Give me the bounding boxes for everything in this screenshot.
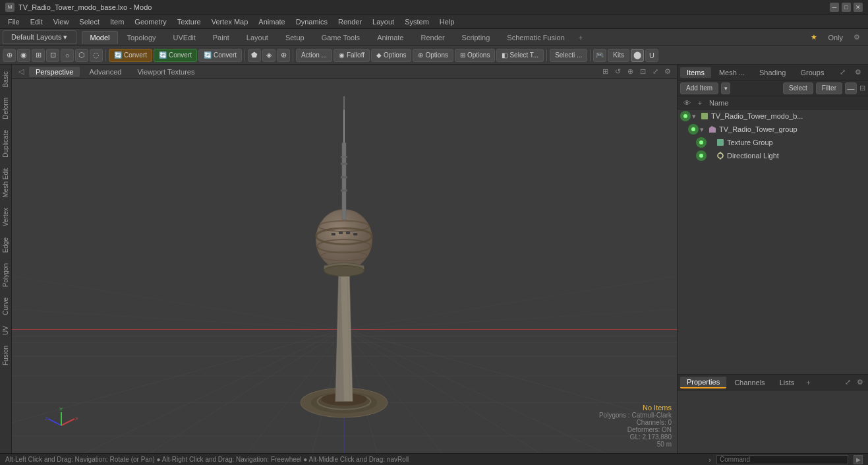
tb-icon-8[interactable]: ⬟ xyxy=(248,49,261,62)
item-vis-group[interactable] xyxy=(688,124,699,135)
tab-topology[interactable]: Topology xyxy=(118,31,164,44)
tab-layout[interactable]: Layout xyxy=(238,31,277,44)
tb-icon-3[interactable]: ⊞ xyxy=(32,49,45,62)
tab-render[interactable]: Render xyxy=(412,31,453,44)
rp-settings-icon[interactable]: ⚙ xyxy=(851,67,865,78)
tab-game-tools[interactable]: Game Tools xyxy=(313,31,369,44)
select-button[interactable]: Select xyxy=(783,82,813,94)
tab-setup[interactable]: Setup xyxy=(277,31,313,44)
tab-plus[interactable]: + xyxy=(573,32,588,44)
item-row-group[interactable]: ▾ TV_Radio_Tower_group xyxy=(685,123,868,136)
sidebar-tab-polygon[interactable]: Polygon xyxy=(1,258,11,292)
filter-button[interactable]: Filter xyxy=(816,82,842,94)
tb-icon-9[interactable]: ◈ xyxy=(262,49,275,62)
menu-animate[interactable]: Animate xyxy=(253,16,290,27)
rp-tab-shading[interactable]: Shading xyxy=(753,67,792,78)
menu-dynamics[interactable]: Dynamics xyxy=(291,16,333,27)
kits-button[interactable]: Kits xyxy=(608,49,629,62)
vp-tab-perspective[interactable]: Perspective xyxy=(29,67,80,77)
sidebar-tab-basic[interactable]: Basic xyxy=(1,66,11,92)
select-i-button[interactable]: Selecti ... xyxy=(550,49,587,62)
maximize-button[interactable]: □ xyxy=(842,3,851,12)
tab-layout-dropdown[interactable]: Default Layouts ▾ xyxy=(3,30,76,44)
menu-edit[interactable]: Edit xyxy=(25,16,48,27)
viewport-canvas[interactable]: No Items Polygons : Catmull-Clark Channe… xyxy=(12,79,677,453)
sidebar-tab-deform[interactable]: Deform xyxy=(1,92,11,125)
menu-texture[interactable]: Texture xyxy=(172,16,206,27)
tb-icon-7[interactable]: ◌ xyxy=(90,49,103,62)
menu-geometry[interactable]: Geometry xyxy=(129,16,171,27)
vp-rotate-icon[interactable]: ↺ xyxy=(612,67,623,77)
vp-zoom-icon[interactable]: ⊕ xyxy=(625,67,635,77)
item-row-light[interactable]: ▸ Directional Light xyxy=(693,149,868,162)
rp-tab-mesh[interactable]: Mesh ... xyxy=(712,67,751,78)
menu-select[interactable]: Select xyxy=(74,16,105,27)
tb-icon-10[interactable]: ⊕ xyxy=(277,49,290,62)
menu-layout[interactable]: Layout xyxy=(367,16,399,27)
menu-system[interactable]: System xyxy=(399,16,434,27)
bp-settings-icon[interactable]: ⚙ xyxy=(855,378,865,387)
bp-tab-properties[interactable]: Properties xyxy=(680,377,726,388)
item-expand-root[interactable]: ▾ xyxy=(692,112,700,121)
minimize-button[interactable]: ─ xyxy=(830,3,839,12)
sidebar-tab-edge[interactable]: Edge xyxy=(1,232,11,258)
command-input[interactable] xyxy=(716,455,848,464)
add-item-button[interactable]: Add Item xyxy=(680,82,718,94)
vp-left-icon[interactable]: ◁ xyxy=(16,67,26,77)
tb-icon-5[interactable]: ○ xyxy=(61,49,74,62)
sidebar-tab-duplicate[interactable]: Duplicate xyxy=(1,125,11,163)
tb-icon-2[interactable]: ◉ xyxy=(17,49,30,62)
tab-scripting[interactable]: Scripting xyxy=(453,31,499,44)
menu-item[interactable]: Item xyxy=(105,16,129,27)
options2-button[interactable]: ⊕ Options xyxy=(413,49,453,62)
tab-paint[interactable]: Paint xyxy=(204,31,238,44)
item-vis-root[interactable] xyxy=(680,111,691,121)
bp-expand-icon[interactable]: ⤢ xyxy=(843,378,853,387)
convert2-button[interactable]: 🔄 Convert xyxy=(154,49,197,62)
gear-icon[interactable]: ⚙ xyxy=(848,31,865,44)
sidebar-tab-fusion[interactable]: Fusion xyxy=(1,340,11,371)
menu-render[interactable]: Render xyxy=(333,16,367,27)
minus-button[interactable]: — xyxy=(845,82,857,94)
item-row-root[interactable]: ▾ TV_Radio_Tower_modo_b... xyxy=(678,109,868,123)
select-t-button[interactable]: ◧ Select T... xyxy=(496,49,544,62)
tb-icon-11[interactable]: 🎮 xyxy=(593,49,606,62)
tab-animate[interactable]: Animate xyxy=(368,31,412,44)
vp-grid-icon[interactable]: ⊞ xyxy=(600,67,610,77)
close-button[interactable]: ✕ xyxy=(854,3,863,12)
funnel-icon[interactable]: ⊟ xyxy=(859,84,865,92)
item-vis-light[interactable] xyxy=(696,150,707,161)
tb-icon-6[interactable]: ⬡ xyxy=(75,49,88,62)
col-plus-icon[interactable]: + xyxy=(693,96,707,109)
vp-tab-viewport-textures[interactable]: Viewport Textures xyxy=(130,67,201,77)
bp-tab-lists[interactable]: Lists xyxy=(773,377,801,388)
tb-icon-12[interactable]: ⬤ xyxy=(631,49,644,62)
tb-icon-13[interactable]: U xyxy=(645,49,658,62)
convert3-button[interactable]: 🔄 Convert xyxy=(198,49,242,62)
titlebar-controls[interactable]: ─ □ ✕ xyxy=(830,3,863,12)
rp-expand-icon[interactable]: ⤢ xyxy=(836,67,850,78)
tab-model[interactable]: Model xyxy=(82,31,119,44)
sidebar-tab-vertex[interactable]: Vertex xyxy=(1,202,11,232)
rp-tab-items[interactable]: Items xyxy=(680,67,711,78)
sidebar-tab-uv[interactable]: UV xyxy=(1,321,11,340)
tab-schematic[interactable]: Schematic Fusion xyxy=(498,31,573,44)
bp-tab-plus[interactable]: + xyxy=(802,377,814,388)
add-item-arrow[interactable]: ▾ xyxy=(721,82,730,94)
sidebar-tab-mesh-edit[interactable]: Mesh Edit xyxy=(1,163,11,202)
vp-tab-advanced[interactable]: Advanced xyxy=(82,67,128,77)
tab-uvedit[interactable]: UVEdit xyxy=(165,31,204,44)
options3-button[interactable]: ⊞ Options xyxy=(455,49,495,62)
options1-button[interactable]: ◆ Options xyxy=(371,49,411,62)
action-button[interactable]: Action ... xyxy=(296,49,332,62)
item-expand-group[interactable]: ▾ xyxy=(700,125,708,134)
bp-tab-channels[interactable]: Channels xyxy=(728,377,771,388)
vp-settings-icon[interactable]: ⚙ xyxy=(662,67,673,77)
vp-frame-icon[interactable]: ⊡ xyxy=(637,67,648,77)
rp-tab-groups[interactable]: Groups xyxy=(794,67,830,78)
item-row-texture[interactable]: ▸ Texture Group xyxy=(693,136,868,149)
menu-view[interactable]: View xyxy=(48,16,74,27)
run-button[interactable]: ▶ xyxy=(854,455,863,464)
menu-file[interactable]: File xyxy=(3,16,25,27)
vp-expand-icon[interactable]: ⤢ xyxy=(650,67,660,77)
